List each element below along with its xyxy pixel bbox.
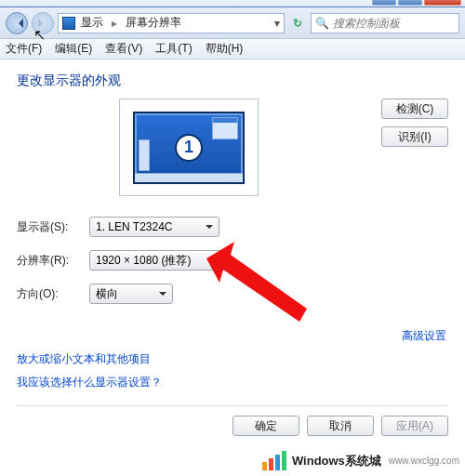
menu-file[interactable]: 文件(F) [6, 41, 42, 57]
menu-tools[interactable]: 工具(T) [155, 41, 192, 57]
display-number: 1 [175, 134, 203, 162]
resolution-label: 分辨率(R): [17, 253, 89, 269]
preview-taskbar-icon [135, 173, 243, 182]
advanced-settings-link[interactable]: 高级设置 [402, 329, 446, 342]
watermark-brand: Windows系统城 [292, 453, 381, 469]
nav-forward-button[interactable] [32, 12, 54, 34]
chevron-down-icon[interactable]: ▾ [274, 17, 280, 30]
refresh-icon[interactable]: ↻ [288, 17, 307, 30]
orientation-label: 方向(O): [17, 286, 89, 302]
apply-button: 应用(A) [381, 416, 448, 436]
display-combo-value: 1. LEN T2324C [96, 220, 173, 233]
display-combo[interactable]: 1. LEN T2324C [89, 217, 219, 237]
orientation-combo-value: 横向 [96, 286, 118, 302]
menu-view[interactable]: 查看(V) [105, 41, 142, 57]
display-label: 显示器(S): [17, 219, 89, 235]
cancel-button[interactable]: 取消 [307, 416, 374, 436]
search-input[interactable] [333, 17, 455, 30]
chevron-down-icon [215, 258, 222, 266]
menu-bar: 文件(F) 编辑(E) 查看(V) 工具(T) 帮助(H) [0, 39, 465, 60]
resolution-combo-value: 1920 × 1080 (推荐) [96, 253, 191, 269]
window-close-button[interactable] [424, 0, 461, 6]
orientation-combo[interactable]: 横向 [89, 284, 173, 304]
breadcrumb-resolution[interactable]: 屏幕分辨率 [126, 15, 181, 31]
watermark: Windows系统城 www.wxclgg.com [262, 451, 459, 470]
display-preview-box[interactable]: 1 [119, 99, 259, 196]
search-box[interactable]: 🔍 [311, 13, 459, 33]
control-panel-icon [62, 17, 75, 30]
watermark-logo-icon [262, 451, 286, 470]
nav-back-button[interactable] [6, 12, 28, 34]
menu-edit[interactable]: 编辑(E) [55, 41, 92, 57]
resolution-combo[interactable]: 1920 × 1080 (推荐) [89, 250, 229, 271]
detect-button[interactable]: 检测(C) [381, 99, 448, 119]
page-title: 更改显示器的外观 [17, 73, 448, 89]
address-bar[interactable]: 显示 ▸ 屏幕分辨率 ▾ [58, 13, 285, 33]
preview-side-window-icon [139, 139, 150, 171]
chevron-right-icon: ▸ [112, 17, 117, 30]
which-display-link[interactable]: 我应该选择什么显示器设置？ [17, 375, 448, 390]
breadcrumb-display[interactable]: 显示 [81, 15, 103, 31]
window-maximize-button[interactable] [398, 0, 422, 6]
ok-button[interactable]: 确定 [232, 416, 299, 436]
preview-window-icon [212, 117, 238, 139]
divider [17, 405, 448, 406]
chevron-down-icon [159, 292, 166, 299]
watermark-url: www.wxclgg.com [389, 456, 459, 466]
display-preview-monitor[interactable]: 1 [133, 112, 245, 184]
identify-button[interactable]: 识别(I) [381, 126, 448, 147]
window-minimize-button[interactable] [372, 0, 396, 6]
search-icon: 🔍 [315, 17, 329, 30]
chevron-down-icon [206, 225, 213, 232]
menu-help[interactable]: 帮助(H) [206, 41, 244, 57]
text-size-link[interactable]: 放大或缩小文本和其他项目 [17, 351, 448, 367]
